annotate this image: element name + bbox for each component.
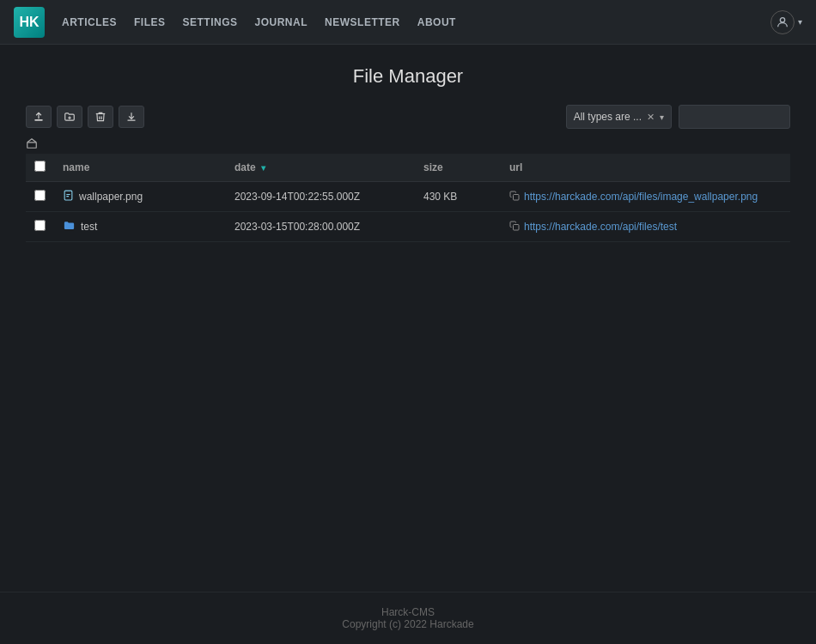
filter-chevron-icon: ▾ [660, 112, 664, 122]
footer: Harck-CMS Copyright (c) 2022 Harckade [0, 592, 816, 644]
toolbar: All types are ... ✕ ▾ [26, 105, 790, 129]
new-folder-button[interactable] [57, 106, 82, 128]
file-name: wallpaper.png [79, 191, 143, 203]
svg-rect-7 [514, 194, 520, 200]
upload-button[interactable] [26, 106, 52, 128]
user-icon [770, 10, 795, 34]
row-checkbox-1[interactable] [34, 220, 46, 231]
svg-point-0 [780, 17, 784, 21]
file-url-link[interactable]: https://harckade.com/api/files/test [524, 221, 677, 233]
nav-link-newsletter[interactable]: NEWSLETTER [325, 13, 400, 32]
main-content: File Manager All types are ... [0, 45, 816, 592]
file-url-link[interactable]: https://harckade.com/api/files/image_wal… [524, 191, 758, 203]
col-header-size: size [415, 154, 501, 182]
copy-url-icon[interactable] [509, 191, 520, 204]
sort-arrow-icon: ▾ [261, 163, 265, 173]
filter-label: All types are ... [574, 111, 642, 123]
file-table-body: wallpaper.png2023-09-14T00:22:55.000Z430… [26, 182, 790, 242]
logo[interactable]: HK [14, 7, 45, 38]
type-filter-dropdown[interactable]: All types are ... ✕ ▾ [566, 105, 672, 129]
col-header-check [26, 154, 54, 182]
svg-rect-8 [514, 224, 520, 230]
table-row: wallpaper.png2023-09-14T00:22:55.000Z430… [26, 182, 790, 212]
svg-rect-6 [64, 191, 72, 200]
nav-links: ARTICLESFILESSETTINGSJOURNALNEWSLETTERAB… [62, 13, 770, 32]
user-menu[interactable]: ▾ [770, 10, 802, 34]
col-header-date[interactable]: date ▾ [226, 154, 415, 182]
file-icon [63, 189, 74, 204]
col-header-url: url [501, 154, 790, 182]
file-table: name date ▾ size url wallpaper.png2023-0… [26, 154, 790, 242]
toolbar-right: All types are ... ✕ ▾ [566, 105, 790, 129]
page-title: File Manager [26, 65, 790, 88]
footer-line1: Harck-CMS [14, 606, 802, 618]
delete-button[interactable] [88, 106, 113, 128]
nav-link-articles[interactable]: ARTICLES [62, 13, 117, 32]
file-name: test [81, 221, 97, 233]
breadcrumb-row [26, 137, 790, 152]
file-date: 2023-09-14T00:22:55.000Z [226, 182, 415, 212]
logo-text: HK [19, 15, 39, 30]
file-size [415, 212, 501, 242]
home-breadcrumb-icon[interactable] [26, 138, 38, 152]
nav-link-settings[interactable]: SETTINGS [183, 13, 238, 32]
filter-clear-icon[interactable]: ✕ [647, 112, 655, 123]
svg-rect-5 [27, 143, 37, 148]
select-all-checkbox[interactable] [34, 161, 46, 172]
nav-link-files[interactable]: FILES [134, 13, 166, 32]
nav-link-journal[interactable]: JOURNAL [255, 13, 308, 32]
navbar: HK ARTICLESFILESSETTINGSJOURNALNEWSLETTE… [0, 0, 816, 45]
file-date: 2023-03-15T00:28:00.000Z [226, 212, 415, 242]
svg-rect-4 [127, 120, 135, 121]
table-row: test2023-03-15T00:28:00.000Zhttps://harc… [26, 212, 790, 242]
footer-line2: Copyright (c) 2022 Harckade [14, 618, 802, 630]
folder-icon [63, 219, 76, 234]
col-header-name[interactable]: name [54, 154, 226, 182]
file-size: 430 KB [415, 182, 501, 212]
table-header-row: name date ▾ size url [26, 154, 790, 182]
user-chevron-icon: ▾ [798, 17, 802, 27]
svg-rect-1 [34, 119, 42, 121]
row-checkbox-0[interactable] [34, 190, 46, 201]
nav-link-about[interactable]: ABOUT [417, 13, 456, 32]
copy-url-icon[interactable] [509, 221, 520, 234]
download-button[interactable] [119, 106, 144, 128]
search-input[interactable] [679, 105, 790, 129]
